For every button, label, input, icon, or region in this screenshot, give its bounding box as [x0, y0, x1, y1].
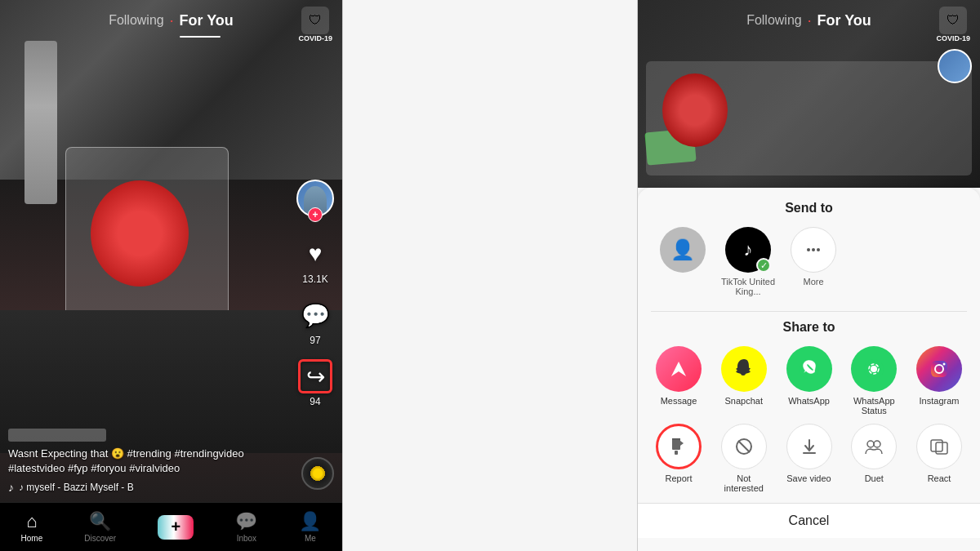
- share-count: 94: [310, 396, 320, 407]
- nav-discover[interactable]: 🔍 Discover: [84, 511, 116, 543]
- comment-count: 97: [310, 335, 320, 346]
- tiktok-check-icon: ✓: [756, 258, 771, 273]
- top-navigation-right: Following • For You 🛡 COVID-19: [638, 0, 980, 41]
- following-tab-left[interactable]: Following: [109, 13, 164, 28]
- comment-action[interactable]: 💬 97: [298, 298, 332, 346]
- right-corner-avatar: [938, 49, 972, 83]
- svg-rect-11: [672, 438, 680, 450]
- save-video-label: Save video: [786, 473, 831, 483]
- creator-avatar[interactable]: +: [296, 180, 334, 217]
- duet-label: Duet: [865, 473, 884, 483]
- action-not-interested[interactable]: Not interested: [716, 424, 772, 493]
- tiktok-logo-icon: ♪ ✓: [725, 227, 771, 273]
- save-video-icon: [786, 424, 832, 469]
- share-whatsapp-status[interactable]: WhatsApp Status: [846, 346, 902, 415]
- nav-inbox[interactable]: 💬 Inbox: [235, 511, 257, 543]
- more-label: More: [803, 277, 823, 287]
- covid-badge-left[interactable]: 🛡 COVID-19: [298, 7, 332, 42]
- message-icon: [656, 346, 702, 392]
- top-navigation-left: Following • For You 🛡 COVID-19: [0, 0, 342, 41]
- report-label: Report: [665, 473, 692, 483]
- username-bar: [8, 429, 106, 442]
- right-actions-panel: + ♥ 13.1K 💬 97 ↪ 94: [296, 180, 334, 407]
- bottom-navigation: ⌂ Home 🔍 Discover + 💬 Inbox 👤 Me: [0, 502, 342, 551]
- left-phone: Following • For You 🛡 COVID-19 + ♥ 13.1K…: [0, 0, 343, 551]
- covid-label-right: COVID-19: [936, 34, 970, 42]
- svg-line-15: [738, 441, 750, 452]
- nav-me[interactable]: 👤 Me: [299, 511, 321, 543]
- instagram-label: Instagram: [920, 396, 960, 406]
- comment-icon: 💬: [298, 298, 332, 332]
- right-phone: Following • For You 🛡 COVID-19 Send to 👤…: [637, 0, 980, 551]
- tiktok-uk-name: TikTok UnitedKing...: [719, 277, 777, 296]
- share-icon: ↪: [298, 359, 332, 393]
- nav-separator-right: •: [808, 17, 811, 24]
- for-you-tab-left[interactable]: For You: [180, 12, 234, 29]
- whatsapp-icon: [786, 346, 832, 392]
- share-message[interactable]: Message: [651, 346, 706, 415]
- svg-marker-3: [671, 362, 686, 376]
- svg-point-10: [943, 363, 946, 366]
- svg-rect-13: [675, 451, 678, 455]
- svg-point-1: [812, 248, 815, 251]
- whatsapp-status-label: WhatsApp Status: [846, 396, 902, 415]
- share-action[interactable]: ↪ 94: [298, 359, 332, 407]
- music-text: ♪ myself - Bazzi Myself - B: [19, 482, 134, 493]
- following-tab-right[interactable]: Following: [746, 13, 802, 28]
- action-report[interactable]: Report: [651, 424, 706, 493]
- like-action[interactable]: ♥ 13.1K: [298, 237, 332, 285]
- contact-tiktok-uk[interactable]: ♪ ✓ TikTok UnitedKing...: [719, 227, 777, 296]
- follow-plus-icon[interactable]: +: [308, 207, 323, 222]
- me-icon: 👤: [299, 511, 321, 532]
- contact-more[interactable]: More: [785, 227, 842, 296]
- for-you-tab-right[interactable]: For You: [817, 12, 871, 29]
- react-icon: [916, 424, 962, 469]
- nav-create[interactable]: +: [158, 515, 194, 540]
- svg-rect-19: [931, 440, 942, 451]
- share-sheet: Send to 👤 ♪ ✓ TikTok UnitedKing...: [638, 188, 980, 551]
- share-instagram[interactable]: Instagram: [911, 346, 967, 415]
- like-count: 13.1K: [302, 273, 327, 285]
- snapchat-icon: [721, 346, 767, 392]
- share-whatsapp[interactable]: WhatsApp: [782, 346, 837, 415]
- cancel-button[interactable]: Cancel: [638, 503, 980, 538]
- action-save-video[interactable]: Save video: [782, 424, 837, 493]
- action-duet[interactable]: Duet: [846, 424, 902, 493]
- tab-underline-left: [180, 36, 220, 38]
- svg-point-2: [817, 248, 820, 251]
- instagram-icon: [916, 346, 962, 392]
- report-icon: [656, 424, 702, 469]
- svg-rect-12: [672, 438, 680, 440]
- svg-rect-20: [936, 442, 947, 454]
- create-plus-button[interactable]: +: [158, 515, 194, 540]
- covid-label-left: COVID-19: [298, 34, 332, 42]
- music-note-icon: ♪: [8, 481, 14, 494]
- home-icon: ⌂: [26, 511, 37, 532]
- middle-gap: [343, 0, 637, 551]
- video-info: Wasnt Expecting that 😮 #trending #trendi…: [8, 429, 293, 494]
- not-interested-icon: [721, 424, 767, 469]
- more-icon-circle: [791, 227, 836, 273]
- discover-label: Discover: [84, 534, 116, 543]
- action-react[interactable]: React: [911, 424, 967, 493]
- me-label: Me: [305, 534, 316, 543]
- home-label: Home: [21, 534, 43, 543]
- svg-point-18: [874, 441, 880, 447]
- react-label: React: [928, 473, 951, 483]
- nav-home[interactable]: ⌂ Home: [21, 511, 43, 543]
- send-to-section: Send to 👤 ♪ ✓ TikTok UnitedKing...: [638, 188, 980, 303]
- share-snapchat[interactable]: Snapchat: [716, 346, 772, 415]
- snapchat-label: Snapchat: [725, 396, 763, 406]
- inbox-icon: 💬: [235, 511, 257, 532]
- share-apps-row: Message Snapchat: [651, 346, 967, 415]
- right-glass: [646, 61, 972, 176]
- divider-1: [651, 311, 967, 312]
- svg-point-17: [867, 441, 874, 447]
- contact-avatar-gray: 👤: [660, 227, 706, 273]
- covid-badge-right[interactable]: 🛡 COVID-19: [936, 7, 970, 42]
- contact-item-1[interactable]: 👤: [654, 227, 711, 296]
- discover-icon: 🔍: [89, 511, 111, 532]
- action-apps-row: Report Not interested: [651, 424, 967, 493]
- music-vinyl[interactable]: [301, 457, 334, 490]
- music-info[interactable]: ♪ ♪ myself - Bazzi Myself - B: [8, 481, 293, 494]
